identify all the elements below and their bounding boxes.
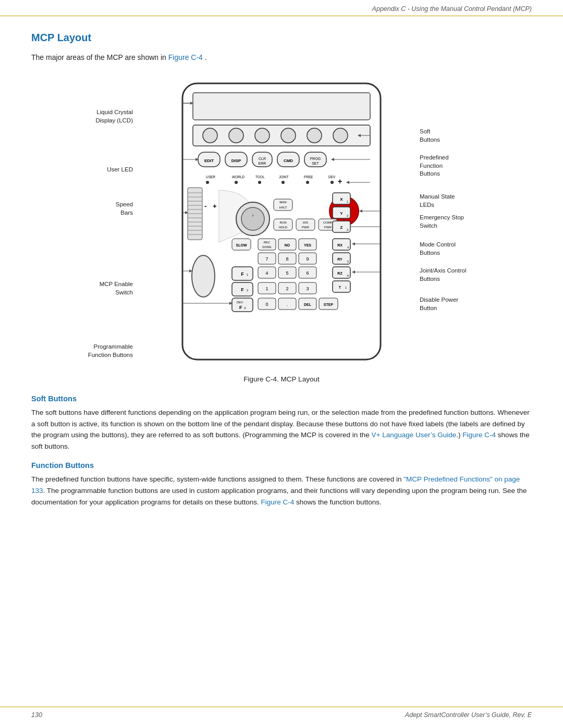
svg-text:F: F bbox=[241, 272, 244, 277]
figure-caption: Figure C-4. MCP Layout bbox=[31, 375, 532, 383]
svg-text:COMP: COMP bbox=[323, 221, 333, 224]
svg-text:5: 5 bbox=[286, 270, 288, 276]
svg-text:-: - bbox=[204, 202, 206, 210]
svg-text:DEL: DEL bbox=[304, 303, 312, 306]
page-header: Appendix C - Using the Manual Control Pe… bbox=[0, 0, 563, 16]
user-led-label: User LED bbox=[107, 166, 133, 174]
svg-text:USER: USER bbox=[206, 175, 215, 179]
svg-text:NO: NO bbox=[285, 243, 290, 247]
svg-text:DONE: DONE bbox=[262, 245, 271, 249]
svg-text:9: 9 bbox=[306, 256, 309, 262]
page-footer: 130 Adept SmartController User’s Guide, … bbox=[0, 707, 563, 723]
section-title: MCP Layout bbox=[31, 32, 532, 44]
figure-c4-link-intro[interactable]: Figure C-4 bbox=[168, 53, 203, 61]
svg-text:DEV: DEV bbox=[328, 175, 336, 179]
svg-rect-1 bbox=[193, 93, 370, 120]
page-number: 130 bbox=[31, 711, 42, 719]
speed-bars-label: SpeedBars bbox=[116, 201, 133, 217]
svg-text:DIS: DIS bbox=[303, 221, 308, 224]
svg-text:2: 2 bbox=[286, 286, 288, 291]
svg-text:CLR: CLR bbox=[259, 157, 266, 161]
header-text: Appendix C - Using the Manual Control Pe… bbox=[372, 5, 532, 13]
svg-text:F: F bbox=[241, 287, 244, 292]
svg-point-32 bbox=[258, 181, 261, 184]
svg-text:MAN: MAN bbox=[279, 201, 286, 204]
soft-buttons-row bbox=[193, 125, 370, 146]
svg-text:RX: RX bbox=[337, 243, 342, 247]
svg-text:7: 7 bbox=[265, 256, 268, 262]
svg-point-54 bbox=[241, 207, 264, 230]
svg-point-31 bbox=[235, 181, 238, 184]
svg-text:T: T bbox=[339, 286, 341, 289]
svg-text:RY: RY bbox=[337, 257, 342, 261]
svg-text:4: 4 bbox=[265, 270, 268, 276]
svg-point-30 bbox=[206, 181, 209, 184]
svg-point-8 bbox=[307, 128, 322, 143]
figure-c4-link-func[interactable]: Figure C-4 bbox=[261, 498, 295, 506]
svg-text:TOOL: TOOL bbox=[255, 175, 265, 179]
prog-func-label: ProgrammableFunction Buttons bbox=[88, 343, 133, 359]
svg-text:FREE: FREE bbox=[304, 175, 313, 179]
svg-text:PROG: PROG bbox=[310, 157, 321, 161]
svg-text:JOINT: JOINT bbox=[279, 175, 289, 179]
svg-point-6 bbox=[255, 128, 270, 143]
svg-text:6: 6 bbox=[306, 270, 309, 276]
svg-text:HOLD: HOLD bbox=[279, 226, 288, 229]
svg-text:SET: SET bbox=[312, 162, 319, 165]
function-buttons-heading: Function Buttons bbox=[31, 461, 532, 470]
svg-text:PWR: PWR bbox=[302, 226, 310, 229]
svg-text:F: F bbox=[239, 305, 242, 310]
svg-text:1: 1 bbox=[265, 286, 268, 291]
svg-text:RUN: RUN bbox=[280, 221, 287, 224]
diagram-container: Liquid CrystalDisplay (LCD) User LED Spe… bbox=[31, 73, 532, 370]
svg-text:3: 3 bbox=[306, 286, 309, 291]
intro-paragraph: The major areas of the MCP are shown in … bbox=[31, 53, 532, 61]
disable-power-right-label: Disable PowerButton bbox=[420, 296, 458, 312]
intro-text-before: The major areas of the MCP are shown in bbox=[31, 53, 168, 61]
svg-text:ERR: ERR bbox=[259, 162, 266, 165]
func-btn-text1: The predefined function buttons have spe… bbox=[31, 475, 403, 483]
svg-rect-127 bbox=[232, 298, 253, 312]
emergency-stop-right-label: Emergency StopSwitch bbox=[420, 214, 464, 230]
svg-text:X: X bbox=[340, 197, 343, 202]
svg-text:0: 0 bbox=[265, 302, 268, 307]
soft-buttons-text: The soft buttons have different function… bbox=[31, 407, 532, 452]
svg-rect-91 bbox=[333, 281, 350, 292]
soft-btn-text-mid: .) bbox=[456, 431, 462, 439]
svg-text:SLOW: SLOW bbox=[236, 243, 247, 247]
svg-text:.: . bbox=[287, 302, 288, 307]
mode-control-right-label: Mode ControlButtons bbox=[420, 241, 456, 257]
joint-axis-right-label: Joint/Axis ControlButtons bbox=[420, 267, 466, 283]
vplus-guide-link[interactable]: V+ Language User’s Guide bbox=[372, 431, 457, 439]
svg-text:REC: REC bbox=[264, 241, 271, 244]
svg-text:Y: Y bbox=[340, 211, 343, 216]
mcp-diagram: EDIT DISP CLR ERR CMD PROG SET bbox=[151, 78, 412, 370]
footer-right-text: Adept SmartController User’s Guide, Rev.… bbox=[405, 711, 532, 719]
svg-text:HALT: HALT bbox=[279, 206, 287, 209]
svg-text:DEV: DEV bbox=[237, 301, 243, 304]
svg-text:+: + bbox=[338, 177, 342, 186]
svg-text:CMD: CMD bbox=[284, 158, 293, 163]
soft-buttons-heading: Soft Buttons bbox=[31, 394, 532, 403]
svg-text:EDIT: EDIT bbox=[204, 158, 214, 163]
predef-func-right-label: PredefinedFunctionButtons bbox=[420, 154, 449, 178]
function-buttons-text: The predefined function buttons have spe… bbox=[31, 474, 532, 508]
manual-state-right-label: Manual StateLEDs bbox=[420, 193, 455, 209]
soft-buttons-right-label: SoftButtons bbox=[420, 128, 440, 144]
intro-text-end: . bbox=[205, 53, 207, 61]
svg-point-34 bbox=[306, 181, 309, 184]
svg-text:PWR: PWR bbox=[324, 226, 332, 229]
svg-text:RZ: RZ bbox=[337, 272, 342, 275]
lcd-label: Liquid CrystalDisplay (LCD) bbox=[95, 108, 133, 125]
svg-point-5 bbox=[229, 128, 243, 143]
func-btn-text-end: shows the function buttons. bbox=[294, 498, 381, 506]
svg-text:STEP: STEP bbox=[324, 303, 334, 306]
svg-text:8: 8 bbox=[286, 256, 288, 262]
svg-text:+: + bbox=[213, 202, 217, 210]
svg-point-140 bbox=[192, 255, 215, 297]
svg-point-35 bbox=[331, 181, 334, 184]
svg-point-4 bbox=[203, 128, 217, 143]
svg-text:DISP: DISP bbox=[231, 158, 241, 163]
figure-c4-link-soft[interactable]: Figure C-4 bbox=[462, 431, 496, 439]
svg-text:Z: Z bbox=[340, 225, 343, 230]
